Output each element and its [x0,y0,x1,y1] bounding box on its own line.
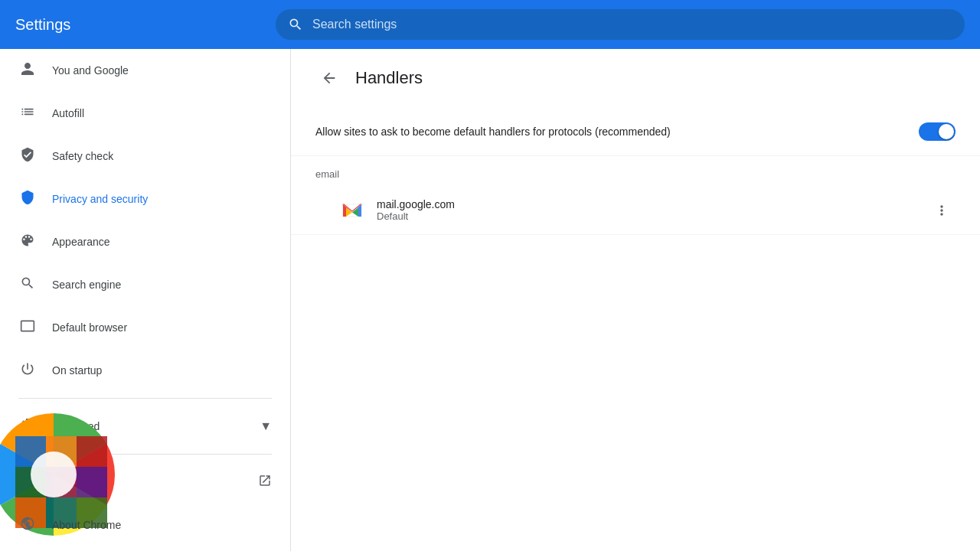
shield-icon [18,147,37,166]
app-title: Settings [15,16,276,34]
sidebar-item-safety-check[interactable]: Safety check [0,135,290,178]
sidebar-label-advanced: Advanced [52,420,100,432]
search-icon [288,17,303,32]
allow-handlers-label: Allow sites to ask to become default han… [315,126,919,138]
sidebar-item-autofill[interactable]: Autofill [0,92,290,135]
sidebar-item-search-engine[interactable]: Search engine [0,263,290,306]
palette-icon [18,233,37,252]
handler-row-gmail: mail.google.com Default [291,186,980,235]
sidebar-label-on-startup: On startup [52,364,102,377]
sidebar-divider-2 [18,454,272,455]
search-input[interactable] [312,18,952,31]
sidebar-label-default-browser: Default browser [52,321,127,334]
handler-name: mail.google.com [377,198,916,210]
sidebar-item-advanced[interactable]: Advanced ▼ [0,405,290,448]
app-header: Settings [0,0,980,49]
sidebar-label-autofill: Autofill [52,107,84,119]
browser-icon [18,318,37,337]
person-icon [18,61,37,80]
list-icon [18,104,37,123]
handler-more-button[interactable] [928,197,956,224]
sidebar-item-extensions[interactable]: Extensions [0,461,290,504]
page-title: Handlers [355,68,423,88]
sidebar-label-extensions: Extensions [52,476,104,488]
lock-icon [18,190,37,209]
sidebar-item-about-chrome[interactable]: About Chrome [0,504,290,546]
back-button[interactable] [315,64,343,92]
gmail-icon [340,198,364,223]
sidebar-divider-1 [18,398,272,399]
external-link-icon [258,474,272,491]
content-header: Handlers [291,49,980,107]
main-layout: You and Google Autofill Safety check Pri… [0,49,980,551]
email-section-header: email [291,156,980,186]
sidebar-item-appearance[interactable]: Appearance [0,220,290,263]
sidebar: You and Google Autofill Safety check Pri… [0,49,291,551]
search-engine-icon [18,276,37,295]
sidebar-label-search-engine: Search engine [52,279,121,291]
allow-handlers-setting: Allow sites to ask to become default han… [291,107,980,156]
sidebar-item-privacy-security[interactable]: Privacy and security [0,178,290,220]
sidebar-label-appearance: Appearance [52,236,110,248]
main-content: Handlers Allow sites to ask to become de… [291,49,980,551]
sidebar-label-you-and-google: You and Google [52,64,129,77]
sidebar-item-you-and-google[interactable]: You and Google [0,49,290,92]
advanced-icon [18,417,37,436]
sidebar-label-privacy-security: Privacy and security [52,193,148,205]
about-chrome-icon [18,516,37,535]
extensions-icon [18,473,37,492]
sidebar-label-safety-check: Safety check [52,150,113,162]
chevron-down-icon: ▼ [260,419,272,433]
sidebar-label-about-chrome: About Chrome [52,519,121,531]
allow-handlers-toggle[interactable] [919,122,956,141]
search-bar [276,9,965,40]
toggle-knob [939,124,954,139]
sidebar-item-default-browser[interactable]: Default browser [0,306,290,349]
handler-info: mail.google.com Default [377,198,916,222]
handler-status: Default [377,210,916,222]
power-icon [18,361,37,380]
sidebar-bottom: About Chrome [0,504,290,546]
sidebar-item-on-startup[interactable]: On startup [0,349,290,392]
